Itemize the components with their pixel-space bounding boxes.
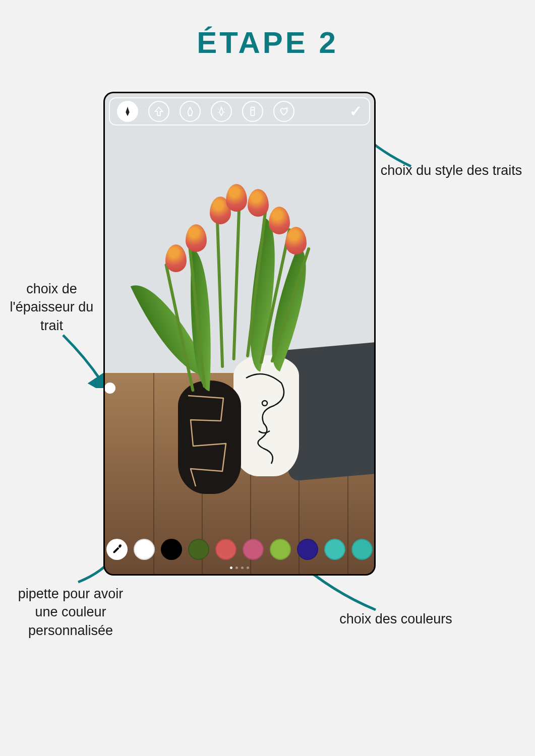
svg-rect-5 <box>251 107 254 116</box>
neon-tool[interactable] <box>211 101 232 122</box>
line-art-face-icon <box>233 355 299 476</box>
annotation-thickness: choix de l'épaisseur du trait <box>0 280 103 335</box>
pen-icon <box>122 106 133 117</box>
pager-dot[interactable] <box>247 566 249 569</box>
heart-sparkle-icon <box>278 106 289 117</box>
phone-frame: ✓ <box>103 92 376 576</box>
pager-dot[interactable] <box>230 566 232 569</box>
pager-dot[interactable] <box>241 566 244 569</box>
palette-pager[interactable] <box>105 566 374 569</box>
draw-toolbar: ✓ <box>109 97 370 125</box>
pen-tool[interactable] <box>117 101 138 122</box>
eyedropper-icon <box>111 544 123 555</box>
svg-point-1 <box>218 109 219 110</box>
annotation-colors: choix des couleurs <box>315 610 477 628</box>
marker-icon <box>185 106 196 117</box>
svg-point-2 <box>224 109 225 110</box>
svg-point-4 <box>224 112 225 113</box>
eyedropper-button[interactable] <box>106 539 128 560</box>
color-swatch-1[interactable] <box>161 539 182 560</box>
story-editor-screen: ✓ <box>105 93 374 574</box>
marker-tool[interactable] <box>180 101 201 122</box>
page-title: ÉTAPE 2 <box>0 25 535 60</box>
color-swatch-8[interactable] <box>351 539 373 560</box>
color-swatch-5[interactable] <box>270 539 291 560</box>
color-swatch-4[interactable] <box>243 539 264 560</box>
color-palette <box>105 538 374 561</box>
color-swatch-2[interactable] <box>188 539 209 560</box>
done-button[interactable]: ✓ <box>349 104 362 119</box>
black-vase <box>178 381 241 494</box>
color-swatch-0[interactable] <box>134 539 155 560</box>
color-swatch-6[interactable] <box>297 539 318 560</box>
svg-point-3 <box>218 112 219 113</box>
color-swatch-7[interactable] <box>324 539 345 560</box>
eraser-tool[interactable] <box>242 101 263 122</box>
arrow-tool[interactable] <box>148 101 169 122</box>
color-swatch-3[interactable] <box>215 539 236 560</box>
white-vase <box>233 355 299 476</box>
neon-icon <box>216 106 227 117</box>
squiggle-pattern-icon <box>178 381 241 494</box>
eraser-icon <box>247 106 258 117</box>
arrow-up-icon <box>153 106 164 117</box>
stroke-thickness-slider[interactable] <box>105 383 115 394</box>
svg-point-0 <box>262 401 267 406</box>
annotation-style: choix du style des traits <box>371 161 532 179</box>
pager-dot[interactable] <box>235 566 238 569</box>
heart-sparkle-tool[interactable] <box>273 101 294 122</box>
annotation-eyedropper: pipette pour avoir une couleur personnal… <box>5 585 136 640</box>
